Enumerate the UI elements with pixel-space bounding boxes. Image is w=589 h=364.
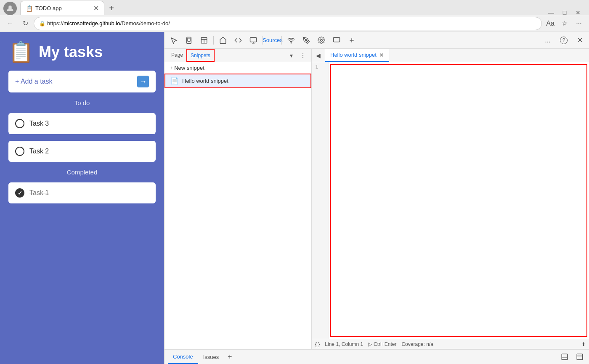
tab-title: TODO app bbox=[35, 5, 91, 11]
task-item-task2[interactable]: Task 2 bbox=[8, 141, 156, 162]
status-right: ⬆ bbox=[581, 341, 586, 347]
todo-app-icon: 📋 bbox=[8, 40, 34, 64]
sources-page-tab[interactable]: Page bbox=[168, 49, 186, 62]
format-button[interactable]: { } bbox=[315, 341, 320, 347]
layers-tool[interactable] bbox=[329, 33, 344, 48]
wifi-tool[interactable] bbox=[284, 33, 299, 48]
code-editor[interactable] bbox=[330, 64, 587, 337]
devtools-toolbar: Sources . bbox=[164, 32, 589, 49]
profile-icon[interactable] bbox=[3, 2, 17, 15]
task-text-task1: Task 1 bbox=[29, 189, 49, 197]
settings-tool[interactable] bbox=[314, 33, 329, 48]
new-snippet-button[interactable]: + New snippet bbox=[164, 62, 311, 74]
snippet-icon: 📄 bbox=[170, 77, 179, 85]
issues-tab[interactable]: Issues bbox=[198, 350, 224, 364]
tab-close-button[interactable]: ✕ bbox=[93, 4, 99, 12]
layout-tool[interactable] bbox=[196, 33, 212, 48]
svg-rect-18 bbox=[577, 354, 583, 360]
editor-tab-bar: ◀ Hello world snippet ✕ bbox=[312, 49, 589, 62]
add-console-tab-button[interactable]: + bbox=[224, 351, 236, 363]
back-button[interactable]: ← bbox=[3, 17, 17, 30]
inspect-element-tool[interactable] bbox=[166, 33, 181, 48]
devtools-sources-panel: Page Snippets ▾ ⋮ + New snippet bbox=[164, 49, 589, 349]
task-checkbox-task2[interactable] bbox=[15, 147, 24, 156]
more-options-button[interactable]: ··· bbox=[572, 17, 586, 30]
console-right-buttons bbox=[559, 351, 586, 363]
editor-tab-close-button[interactable]: ✕ bbox=[379, 52, 384, 58]
sources-tab-label: Sources bbox=[263, 37, 283, 43]
favorites-button[interactable]: ☆ bbox=[558, 17, 571, 30]
content-area: 📋 My tasks + Add a task → To do Task 3 T… bbox=[0, 32, 589, 364]
svg-rect-2 bbox=[188, 38, 190, 41]
browser-tab[interactable]: 📋 TODO app ✕ bbox=[20, 1, 104, 15]
bottom-console-bar: Console Issues + bbox=[164, 349, 589, 364]
sources-more-button[interactable]: ⋮ bbox=[298, 50, 308, 61]
svg-point-11 bbox=[305, 39, 307, 40]
completed-section-label: Completed bbox=[8, 169, 156, 176]
todo-sidebar: 📋 My tasks + Add a task → To do Task 3 T… bbox=[0, 32, 164, 364]
run-shortcut-label: Ctrl+Enter bbox=[374, 341, 396, 347]
svg-point-12 bbox=[321, 39, 323, 41]
svg-rect-6 bbox=[250, 37, 257, 42]
sources-navigator: Page Snippets ▾ ⋮ + New snippet bbox=[164, 49, 312, 349]
editor-tab-name: Hello world snippet bbox=[330, 52, 377, 58]
maximize-button[interactable]: □ bbox=[562, 10, 567, 15]
task-item-task1[interactable]: Task 1 bbox=[8, 182, 156, 203]
new-snippet-label: + New snippet bbox=[170, 65, 204, 71]
close-window-button[interactable]: ✕ bbox=[576, 10, 581, 15]
snippet-name-label: Hello world snippet bbox=[182, 78, 228, 84]
sources-tool[interactable]: Sources bbox=[265, 33, 280, 48]
upload-icon[interactable]: ⬆ bbox=[581, 341, 586, 347]
add-task-button[interactable]: + Add a task → bbox=[8, 71, 156, 92]
task-item-task3[interactable]: Task 3 bbox=[8, 113, 156, 134]
editor-back-button[interactable]: ◀ bbox=[312, 49, 325, 62]
svg-rect-13 bbox=[334, 37, 340, 42]
run-snippet-button[interactable]: ▷ Ctrl+Enter bbox=[368, 341, 396, 347]
snippet-list: + New snippet 📄 Hello world snippet bbox=[164, 62, 311, 349]
devtools-more-button[interactable]: ... bbox=[540, 33, 555, 48]
tab-favicon-icon: 📋 bbox=[26, 5, 33, 12]
add-task-arrow-icon: → bbox=[137, 76, 149, 87]
svg-point-10 bbox=[291, 42, 292, 43]
devtools-help-button[interactable]: ? bbox=[556, 33, 571, 48]
paint-tool[interactable] bbox=[299, 33, 314, 48]
toolbar-separator-1 bbox=[213, 36, 214, 45]
address-text: https://microsoftedge.github.io/Demos/de… bbox=[47, 20, 170, 26]
sources-snippets-tab[interactable]: Snippets bbox=[186, 49, 215, 62]
task-checkbox-task3[interactable] bbox=[15, 119, 24, 128]
minimize-button[interactable]: — bbox=[549, 10, 554, 15]
editor-gutter: 1 bbox=[312, 62, 329, 339]
sources-dropdown-button[interactable]: ▾ bbox=[286, 50, 296, 61]
cursor-position: Line 1, Column 1 bbox=[325, 341, 363, 347]
console-settings-button[interactable] bbox=[574, 351, 586, 363]
line-number-1: 1 bbox=[315, 64, 325, 70]
reader-mode-button[interactable]: Aa bbox=[544, 17, 557, 30]
sources-editor: ◀ Hello world snippet ✕ 1 bbox=[312, 49, 589, 349]
new-tab-button[interactable]: + bbox=[104, 1, 119, 15]
task-checkbox-task1[interactable] bbox=[15, 188, 24, 198]
device-emulation-tool[interactable] bbox=[181, 33, 196, 48]
elements-tool[interactable] bbox=[231, 33, 246, 48]
home-tool[interactable] bbox=[215, 33, 231, 48]
svg-rect-16 bbox=[562, 354, 568, 360]
editor-tab-hello-world[interactable]: Hello world snippet ✕ bbox=[325, 49, 389, 62]
hello-world-snippet-item[interactable]: 📄 Hello world snippet bbox=[164, 74, 311, 88]
lock-icon: 🔒 bbox=[39, 21, 45, 26]
task-text-task3: Task 3 bbox=[29, 120, 49, 127]
coverage-label: Coverage: n/a bbox=[401, 341, 433, 347]
add-tool-button[interactable] bbox=[344, 33, 359, 48]
console-tab[interactable]: Console bbox=[168, 350, 198, 364]
address-bar[interactable]: 🔒 https://microsoftedge.github.io/Demos/… bbox=[34, 17, 542, 30]
devtools-statusbar: { } Line 1, Column 1 ▷ Ctrl+Enter Covera… bbox=[312, 339, 589, 349]
devtools-close-button[interactable]: ✕ bbox=[572, 33, 587, 48]
devtools-panel: Sources . bbox=[164, 32, 589, 364]
refresh-button[interactable]: ↻ bbox=[19, 17, 32, 30]
navigation-bar: ← ↻ 🔒 https://microsoftedge.github.io/De… bbox=[0, 15, 589, 32]
editor-content-area: 1 bbox=[312, 62, 589, 339]
toolbar-separator-3 bbox=[281, 36, 282, 45]
console-dock-button[interactable] bbox=[559, 351, 570, 363]
task-text-task2: Task 2 bbox=[29, 148, 49, 155]
add-task-label: + Add a task bbox=[15, 78, 53, 85]
tab-bar: 📋 TODO app ✕ + — □ ✕ bbox=[0, 0, 589, 15]
media-tool[interactable] bbox=[246, 33, 261, 48]
